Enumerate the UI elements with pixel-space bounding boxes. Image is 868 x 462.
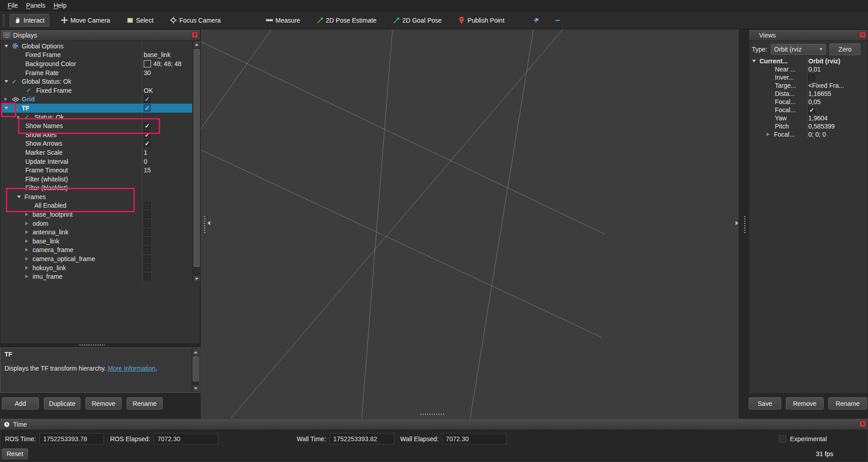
row-yaw[interactable]: Yaw1,9604: [750, 114, 867, 122]
expander-right-icon[interactable]: [25, 248, 33, 252]
row-show-names[interactable]: Show Names✓: [1, 121, 192, 130]
row-base-link[interactable]: base_link: [1, 237, 192, 246]
tool-publish-point[interactable]: Publish Point: [453, 14, 509, 27]
description-scrollbar[interactable]: [192, 348, 199, 392]
row-inver[interactable]: Inver...: [750, 73, 867, 81]
checkbox-tf[interactable]: ✓: [144, 105, 151, 111]
collapse-left-icon[interactable]: [208, 221, 210, 225]
splitter-handle[interactable]: [80, 344, 105, 346]
experimental-checkbox[interactable]: [779, 435, 786, 443]
checkbox-show-axes[interactable]: ✓: [144, 131, 151, 138]
row-update-interval[interactable]: Update Interval0: [1, 157, 192, 166]
wall-elapsed-field[interactable]: 7072.30: [442, 433, 507, 444]
remove-button[interactable]: Remove: [85, 397, 122, 410]
checkbox-base-footprint[interactable]: [144, 211, 151, 218]
row-hokuyo-link[interactable]: hokuyo_link: [1, 263, 192, 272]
expander-right-icon[interactable]: [25, 239, 33, 243]
ros-elapsed-field[interactable]: 7072.30: [154, 433, 218, 444]
expander-down-icon[interactable]: [5, 80, 12, 83]
checkbox-camera-optical-frame[interactable]: [144, 256, 151, 262]
zero-button[interactable]: Zero: [830, 43, 860, 55]
row-filter-blacklist[interactable]: Filter (blacklist): [1, 184, 192, 193]
rename-button[interactable]: Rename: [828, 397, 867, 410]
row-background-color[interactable]: Background Color48; 48; 48: [1, 59, 192, 68]
row-near[interactable]: Near ...0,01: [750, 65, 867, 73]
checkbox-odom[interactable]: [144, 220, 151, 227]
view-type-dropdown[interactable]: Orbit (rviz: [771, 44, 826, 55]
reset-button[interactable]: Reset: [2, 448, 28, 459]
tool-select[interactable]: Select: [122, 14, 158, 27]
row-global-status-ok[interactable]: ✓Global Status: Ok: [1, 77, 192, 86]
menu-file[interactable]: File: [4, 1, 22, 10]
row-frame-rate[interactable]: Frame Rate30: [1, 68, 192, 77]
tool-measure[interactable]: Measure: [261, 14, 304, 27]
color-swatch[interactable]: [144, 60, 151, 67]
3d-viewport[interactable]: [201, 29, 739, 419]
expander-right-icon[interactable]: [5, 97, 12, 101]
add-button[interactable]: Add: [2, 397, 39, 410]
scroll-up-icon[interactable]: [192, 348, 199, 356]
row-dista[interactable]: Dista...1,16655: [750, 90, 867, 98]
row-focal[interactable]: Focal...0; 0; 0: [750, 130, 867, 138]
row-antenna-link[interactable]: antenna_link: [1, 228, 192, 237]
save-button[interactable]: Save: [749, 397, 781, 410]
checkbox-inver[interactable]: [808, 74, 815, 81]
expander-right-icon[interactable]: [25, 222, 33, 225]
checkbox-all-enabled[interactable]: [144, 202, 151, 209]
row-imu-frame[interactable]: imu_frame: [1, 272, 192, 281]
more-information-link[interactable]: More Information: [108, 365, 156, 372]
row-show-axes[interactable]: Show Axes✓: [1, 130, 192, 139]
row-marker-scale[interactable]: Marker Scale1: [1, 148, 192, 157]
ros-time-field[interactable]: 1752253393.78: [39, 433, 104, 444]
row-odom[interactable]: odom: [1, 219, 192, 228]
checkbox-imu-frame[interactable]: [144, 273, 151, 280]
checkbox-show-names[interactable]: ✓: [144, 123, 151, 129]
expander-down-icon[interactable]: [5, 45, 12, 48]
checkbox-antenna-link[interactable]: [144, 229, 151, 236]
checkbox-grid[interactable]: ✓: [144, 96, 151, 103]
checkbox-hokuyo-link[interactable]: [144, 264, 151, 271]
row-fixed-frame[interactable]: Fixed Framebase_link: [1, 51, 192, 60]
expander-right-icon[interactable]: [25, 257, 33, 261]
row-filter-whitelist[interactable]: Filter (whitelist): [1, 175, 192, 184]
right-splitter-handle[interactable]: [744, 216, 745, 234]
wall-time-field[interactable]: 1752253393.82: [330, 433, 394, 444]
scrollbar-thumb[interactable]: [193, 49, 200, 267]
row-pitch[interactable]: Pitch0,585399: [750, 122, 867, 130]
tool-interact[interactable]: Interact: [9, 14, 49, 27]
row-frame-timeout[interactable]: Frame Timeout15: [1, 166, 192, 175]
row-status-ok[interactable]: ✓Status: Ok: [1, 113, 192, 122]
scroll-up-icon[interactable]: [193, 41, 200, 48]
close-icon[interactable]: ×: [859, 421, 866, 427]
menu-help[interactable]: Help: [49, 1, 71, 10]
row-targe[interactable]: Targe...<Fixed Fra...: [750, 81, 867, 90]
left-splitter-handle[interactable]: [204, 216, 205, 234]
row-all-enabled[interactable]: All Enabled: [1, 201, 192, 210]
row-global-options[interactable]: Global Options: [1, 42, 192, 51]
expander-right-icon[interactable]: [767, 133, 774, 136]
expander-right-icon[interactable]: [25, 230, 33, 234]
expander-right-icon[interactable]: [17, 115, 24, 119]
tool-move-camera[interactable]: Move Camera: [57, 14, 115, 27]
tool-2d-goal-pose[interactable]: 2D Goal Pose: [388, 14, 446, 27]
tool-focus-camera[interactable]: Focus Camera: [165, 14, 226, 27]
expander-down-icon[interactable]: [5, 107, 12, 110]
collapse-right-icon[interactable]: [736, 221, 738, 225]
toolbar-overflow-icon[interactable]: [535, 21, 539, 28]
checkbox-focal[interactable]: ✓: [808, 107, 815, 114]
row-focal[interactable]: Focal...✓: [750, 106, 867, 114]
row-fixed-frame[interactable]: ✓Fixed FrameOK: [1, 86, 192, 95]
row-focal[interactable]: Focal...0,05: [750, 98, 867, 106]
row-base-footprint[interactable]: base_footprint: [1, 210, 192, 219]
bottom-splitter-handle[interactable]: [420, 414, 444, 415]
row-tf[interactable]: TF✓: [1, 104, 192, 113]
scroll-down-icon[interactable]: [193, 275, 200, 282]
row-frames[interactable]: Frames: [1, 192, 192, 201]
scroll-down-icon[interactable]: [192, 385, 199, 392]
expander-down-icon[interactable]: [752, 60, 760, 62]
close-icon[interactable]: ×: [192, 32, 198, 38]
expander-right-icon[interactable]: [25, 266, 33, 270]
row-camera-optical-frame[interactable]: camera_optical_frame: [1, 254, 192, 263]
menu-panels[interactable]: Panels: [22, 1, 50, 10]
expander-right-icon[interactable]: [25, 275, 33, 278]
